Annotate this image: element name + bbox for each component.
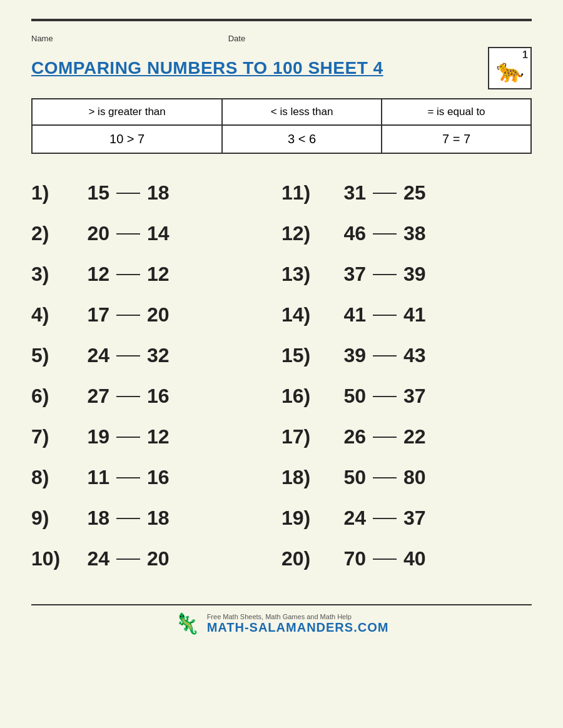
problem-number: 10) (31, 547, 66, 570)
problem-left-value: 31 (322, 181, 366, 205)
problem-row: 11) 31 25 (282, 173, 532, 213)
problem-left-value: 50 (322, 466, 366, 489)
problem-left-value: 11 (66, 466, 109, 489)
problem-left-value: 37 (322, 263, 366, 286)
problem-left-value: 24 (322, 507, 366, 530)
top-border (31, 19, 532, 21)
title-row: COMPARING NUMBERS TO 100 SHEET 4 1 🐆 (31, 47, 532, 89)
problem-number: 13) (282, 263, 322, 286)
problem-right-value: 12 (147, 425, 185, 448)
problem-number: 6) (31, 385, 66, 408)
problem-right-value: 40 (403, 547, 441, 570)
problem-right-value: 18 (147, 181, 185, 205)
problem-left-value: 15 (66, 181, 109, 205)
problem-left-value: 46 (322, 222, 366, 245)
problems-container: 1) 15 18 11) 31 25 2) 20 14 12) 46 38 3)… (31, 173, 532, 579)
problem-row: 10) 24 20 (31, 538, 282, 579)
problem-right-value: 43 (403, 344, 441, 367)
problem-left-value: 17 (66, 303, 109, 326)
logo-number: 1 (522, 49, 528, 61)
problem-right-value: 16 (147, 466, 185, 489)
problem-number: 14) (282, 303, 322, 326)
problem-left-value: 19 (66, 425, 109, 448)
problem-right-value: 16 (147, 385, 185, 408)
problem-left-value: 70 (322, 547, 366, 570)
problem-left-value: 26 (322, 425, 366, 448)
problem-left-value: 24 (66, 547, 109, 570)
problem-right-value: 20 (147, 303, 185, 326)
problem-number: 2) (31, 222, 66, 245)
name-date-row: Name Date (31, 34, 532, 43)
problem-row: 9) 18 18 (31, 498, 282, 538)
problem-right-value: 37 (403, 507, 441, 530)
problem-row: 17) 26 22 (282, 417, 532, 457)
footer-text: Free Math Sheets, Math Games and Math He… (207, 613, 389, 635)
problem-left-value: 20 (66, 222, 109, 245)
problem-number: 19) (282, 507, 322, 530)
problem-right-value: 25 (403, 181, 441, 205)
ref-header-greater: > is greater than (32, 99, 222, 125)
problem-row: 20) 70 40 (282, 538, 532, 579)
problem-row: 14) 41 41 (282, 295, 532, 335)
problem-number: 1) (31, 181, 66, 205)
problem-row: 19) 24 37 (282, 498, 532, 538)
problem-number: 4) (31, 303, 66, 326)
problem-row: 18) 50 80 (282, 457, 532, 498)
problem-row: 3) 12 12 (31, 254, 282, 295)
logo-animal-icon: 🐆 (496, 58, 524, 84)
problem-row: 15) 39 43 (282, 335, 532, 376)
ref-example-less: 3 < 6 (222, 125, 382, 153)
problem-left-value: 18 (66, 507, 109, 530)
problem-right-value: 18 (147, 507, 185, 530)
problem-right-value: 38 (403, 222, 441, 245)
problem-right-value: 39 (403, 263, 441, 286)
problem-number: 3) (31, 263, 66, 286)
problem-row: 16) 50 37 (282, 376, 532, 417)
problem-number: 7) (31, 425, 66, 448)
problem-right-value: 12 (147, 263, 185, 286)
page-title: COMPARING NUMBERS TO 100 SHEET 4 (31, 58, 383, 78)
problem-number: 15) (282, 344, 322, 367)
problem-right-value: 37 (403, 385, 441, 408)
problem-right-value: 41 (403, 303, 441, 326)
footer: 🦎 Free Math Sheets, Math Games and Math … (31, 604, 532, 635)
problem-right-value: 14 (147, 222, 185, 245)
problem-row: 8) 11 16 (31, 457, 282, 498)
reference-table: > is greater than < is less than = is eq… (31, 98, 532, 154)
date-label: Date (228, 34, 245, 43)
logo-box: 1 🐆 (488, 47, 532, 89)
problem-row: 4) 17 20 (31, 295, 282, 335)
ref-example-greater: 10 > 7 (32, 125, 222, 153)
problem-row: 12) 46 38 (282, 213, 532, 254)
problem-left-value: 12 (66, 263, 109, 286)
problem-right-value: 22 (403, 425, 441, 448)
problem-row: 5) 24 32 (31, 335, 282, 376)
problem-number: 12) (282, 222, 322, 245)
problem-right-value: 80 (403, 466, 441, 489)
problem-right-value: 32 (147, 344, 185, 367)
footer-site: MATH-SALAMANDERS.COM (207, 620, 389, 635)
problem-number: 5) (31, 344, 66, 367)
problem-row: 7) 19 12 (31, 417, 282, 457)
ref-example-equal: 7 = 7 (382, 125, 531, 153)
problem-number: 9) (31, 507, 66, 530)
problem-number: 11) (282, 181, 322, 205)
ref-header-less: < is less than (222, 99, 382, 125)
problem-number: 18) (282, 466, 322, 489)
problem-left-value: 24 (66, 344, 109, 367)
problem-left-value: 41 (322, 303, 366, 326)
problem-number: 20) (282, 547, 322, 570)
problem-right-value: 20 (147, 547, 185, 570)
ref-header-equal: = is equal to (382, 99, 531, 125)
footer-logo-icon: 🦎 (175, 612, 200, 635)
problem-row: 13) 37 39 (282, 254, 532, 295)
problem-row: 1) 15 18 (31, 173, 282, 213)
problem-left-value: 27 (66, 385, 109, 408)
problem-row: 6) 27 16 (31, 376, 282, 417)
problem-row: 2) 20 14 (31, 213, 282, 254)
name-label: Name (31, 34, 53, 43)
problem-left-value: 50 (322, 385, 366, 408)
footer-tagline: Free Math Sheets, Math Games and Math He… (207, 613, 389, 620)
problem-number: 16) (282, 385, 322, 408)
problem-left-value: 39 (322, 344, 366, 367)
